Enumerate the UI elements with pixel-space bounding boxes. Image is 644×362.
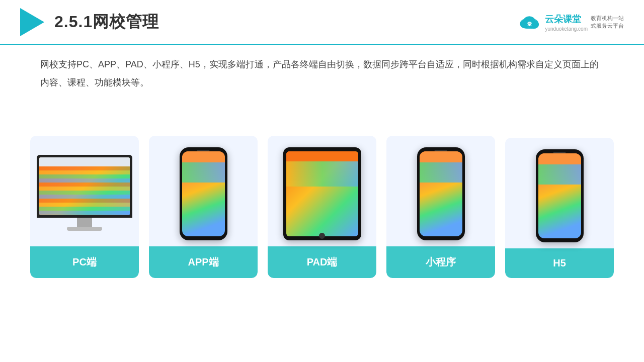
cloud-icon: 堂 [517,14,542,30]
card-pc: PC端 [30,136,139,278]
card-mini-label: 小程序 [386,246,495,278]
card-pad: PAD端 [268,136,376,278]
brand-tagline: 教育机构一站式服务云平台 [591,15,624,30]
card-pc-image [30,136,139,246]
logo-triangle [20,8,44,36]
brand-name-cn: 云朵课堂 [545,13,588,25]
card-app-image [149,136,258,246]
top-bar: 2.5.1网校管理 堂 云朵课堂 yunduoketang.com 教育机构一站… [0,0,644,45]
description-text: 网校支持PC、APP、PAD、小程序、H5，实现多端打通，产品各终端自由切换，数… [40,55,604,92]
card-app-label: APP端 [149,246,258,278]
card-mini-image [386,136,495,246]
card-h5: H5 [505,138,614,278]
brand-icon: 堂 云朵课堂 yunduoketang.com 教育机构一站式服务云平台 [517,13,624,32]
card-mini: 小程序 [386,136,495,278]
card-pc-label: PC端 [30,246,139,278]
card-app: APP端 [149,136,258,278]
pc-monitor [37,155,132,233]
page-title: 2.5.1网校管理 [54,11,159,33]
svg-text:堂: 堂 [527,22,532,27]
pad-tablet-mock [283,147,361,240]
h5-phone-mock [536,149,584,242]
brand-name-en: yunduoketang.com [545,26,588,32]
card-pad-image [268,136,376,246]
mini-phone-mock [417,147,465,240]
cards-container: PC端 APP端 PAD端 小程序 [30,136,614,278]
brand-logo: 堂 云朵课堂 yunduoketang.com 教育机构一站式服务云平台 [517,13,624,32]
card-pad-label: PAD端 [268,246,376,278]
app-phone-mock [180,147,227,240]
card-h5-label: H5 [505,248,614,278]
card-h5-image [505,138,614,248]
